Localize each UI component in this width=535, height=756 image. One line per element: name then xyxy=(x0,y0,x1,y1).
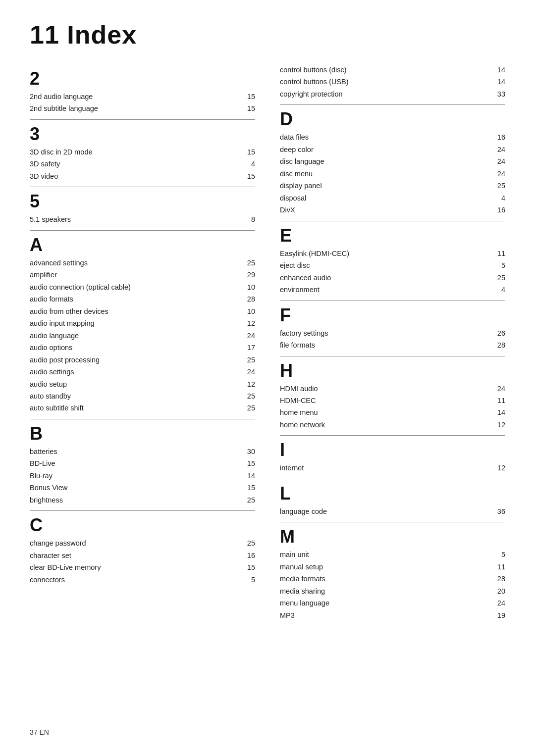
entry-page: 10 xyxy=(241,306,255,317)
index-section-D: Ddata files16deep color24disc language24… xyxy=(280,104,505,215)
section-divider xyxy=(30,230,255,231)
entry-page: 25 xyxy=(491,272,505,283)
entry-page: 19 xyxy=(491,610,505,621)
index-row: deep color24 xyxy=(280,144,505,155)
section-letter: F xyxy=(280,305,505,326)
entry-page: 4 xyxy=(241,158,255,169)
entry-text: clear BD-Live memory xyxy=(30,562,241,573)
entry-text: amplifier xyxy=(30,269,241,280)
entry-text: Blu-ray xyxy=(30,470,241,481)
index-row: amplifier29 xyxy=(30,269,255,280)
index-row: eject disc5 xyxy=(280,260,505,271)
entry-page: 24 xyxy=(241,330,255,341)
index-section-A: Aadvanced settings25amplifier29audio con… xyxy=(30,230,255,414)
entry-text: audio language xyxy=(30,330,241,341)
index-row: file formats28 xyxy=(280,340,505,351)
entry-page: 24 xyxy=(241,366,255,377)
entry-text: advanced settings xyxy=(30,257,241,268)
entry-text: audio connection (optical cable) xyxy=(30,282,241,293)
index-row: audio connection (optical cable)10 xyxy=(30,282,255,293)
index-row: media formats28 xyxy=(280,573,505,584)
entry-page: 25 xyxy=(241,403,255,413)
entry-text: data files xyxy=(280,132,491,143)
entry-page: 4 xyxy=(491,284,505,295)
entry-text: connectors xyxy=(30,574,241,585)
entry-text: deep color xyxy=(280,144,491,155)
entry-page: 24 xyxy=(491,383,505,394)
index-section-B: Bbatteries30BD-Live15Blu-ray14Bonus View… xyxy=(30,419,255,505)
footer-note: 37 EN xyxy=(30,728,49,736)
section-divider xyxy=(280,301,505,301)
entry-page: 15 xyxy=(241,171,255,182)
section-divider xyxy=(30,187,255,187)
entry-page: 28 xyxy=(491,340,505,351)
index-row: manual setup11 xyxy=(280,561,505,572)
index-row: language code36 xyxy=(280,506,505,517)
entry-text: auto subtitle shift xyxy=(30,403,241,413)
entry-page: 16 xyxy=(491,204,505,215)
entry-text: batteries xyxy=(30,446,241,457)
index-row: audio options17 xyxy=(30,342,255,353)
index-row: media sharing20 xyxy=(280,586,505,597)
entry-page: 5 xyxy=(241,574,255,585)
entry-page: 12 xyxy=(491,419,505,430)
entry-text: change password xyxy=(30,538,241,549)
index-row: HDMI audio24 xyxy=(280,383,505,394)
section-letter: B xyxy=(30,423,255,444)
index-row: menu language24 xyxy=(280,598,505,608)
index-row: 2nd audio language15 xyxy=(30,91,255,102)
index-section-M: Mmain unit5manual setup11media formats28… xyxy=(280,522,505,621)
entry-page: 14 xyxy=(491,76,505,87)
entry-text: control buttons (USB) xyxy=(280,76,491,87)
index-section-3: 33D disc in 2D mode153D safety43D video1… xyxy=(30,119,255,182)
entry-page: 15 xyxy=(241,91,255,102)
entry-text: HDMI audio xyxy=(280,383,491,394)
entry-text: 3D disc in 2D mode xyxy=(30,147,241,157)
index-section-C: Cchange password25character set16clear B… xyxy=(30,510,255,585)
entry-page: 25 xyxy=(491,180,505,191)
entry-text: audio from other devices xyxy=(30,306,241,317)
entry-page: 17 xyxy=(241,342,255,353)
index-row: auto standby25 xyxy=(30,391,255,402)
entry-page: 5 xyxy=(491,549,505,560)
index-row: disc menu24 xyxy=(280,168,505,179)
entry-text: factory settings xyxy=(280,328,491,339)
entry-text: brightness xyxy=(30,495,241,505)
index-row: data files16 xyxy=(280,132,505,143)
entry-page: 15 xyxy=(241,482,255,493)
entry-text: environment xyxy=(280,284,491,295)
page-title: 11 Index xyxy=(30,20,505,50)
entry-page: 14 xyxy=(491,407,505,418)
entry-page: 33 xyxy=(491,89,505,100)
entry-page: 8 xyxy=(241,214,255,225)
entry-text: 3D video xyxy=(30,171,241,182)
entry-page: 5 xyxy=(491,260,505,271)
index-section-L: Llanguage code36 xyxy=(280,479,505,517)
section-divider xyxy=(30,419,255,419)
entry-text: disc language xyxy=(280,156,491,167)
index-row: audio post processing25 xyxy=(30,354,255,365)
entry-text: audio post processing xyxy=(30,354,241,365)
index-row: internet12 xyxy=(280,462,505,473)
index-section-H: HHDMI audio24HDMI-CEC11home menu14home n… xyxy=(280,356,505,431)
entry-page: 24 xyxy=(491,156,505,167)
entry-page: 15 xyxy=(241,458,255,469)
entry-page: 28 xyxy=(491,573,505,584)
entry-page: 10 xyxy=(241,282,255,293)
index-row: 3D video15 xyxy=(30,171,255,182)
right-column: control buttons (disc)14control buttons … xyxy=(275,64,505,626)
entry-text: 5.1 speakers xyxy=(30,214,241,225)
entry-text: Bonus View xyxy=(30,482,241,493)
index-row: 5.1 speakers8 xyxy=(30,214,255,225)
entry-page: 26 xyxy=(491,328,505,339)
entry-page: 16 xyxy=(241,550,255,561)
section-divider xyxy=(280,356,505,356)
index-row: audio language24 xyxy=(30,330,255,341)
entry-page: 14 xyxy=(491,64,505,75)
entry-page: 30 xyxy=(241,446,255,457)
entry-text: BD-Live xyxy=(30,458,241,469)
index-row: audio setup12 xyxy=(30,379,255,390)
index-row: brightness25 xyxy=(30,495,255,505)
index-row: main unit5 xyxy=(280,549,505,560)
entry-text: language code xyxy=(280,506,491,517)
